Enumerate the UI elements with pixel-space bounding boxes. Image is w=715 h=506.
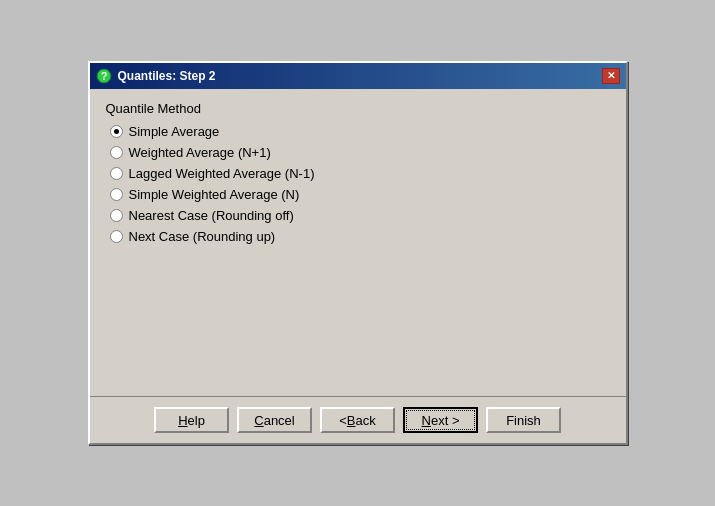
radio-input-6[interactable] — [110, 230, 123, 243]
radio-item-5[interactable]: Nearest Case (Rounding off) — [110, 208, 610, 223]
radio-item-6[interactable]: Next Case (Rounding up) — [110, 229, 610, 244]
content-spacer — [106, 244, 610, 384]
title-bar-left: ? Quantiles: Step 2 — [96, 68, 216, 84]
dialog-window: ? Quantiles: Step 2 ✕ Quantile Method Si… — [88, 61, 628, 445]
radio-item-3[interactable]: Lagged Weighted Average (N-1) — [110, 166, 610, 181]
button-bar: Help Cancel < Back Next > Finish — [90, 396, 626, 443]
radio-label-1: Simple Average — [129, 124, 220, 139]
radio-input-5[interactable] — [110, 209, 123, 222]
radio-item-4[interactable]: Simple Weighted Average (N) — [110, 187, 610, 202]
help-button[interactable]: Help — [154, 407, 229, 433]
radio-input-3[interactable] — [110, 167, 123, 180]
section-label: Quantile Method — [106, 101, 610, 116]
radio-group: Simple Average Weighted Average (N+1) La… — [106, 124, 610, 244]
close-button[interactable]: ✕ — [602, 68, 620, 84]
next-button[interactable]: Next > — [403, 407, 478, 433]
radio-input-4[interactable] — [110, 188, 123, 201]
radio-label-5: Nearest Case (Rounding off) — [129, 208, 294, 223]
radio-item-1[interactable]: Simple Average — [110, 124, 610, 139]
radio-label-4: Simple Weighted Average (N) — [129, 187, 300, 202]
radio-input-1[interactable] — [110, 125, 123, 138]
back-button[interactable]: < Back — [320, 407, 395, 433]
svg-text:?: ? — [100, 70, 107, 82]
cancel-button[interactable]: Cancel — [237, 407, 312, 433]
finish-button[interactable]: Finish — [486, 407, 561, 433]
radio-input-2[interactable] — [110, 146, 123, 159]
dialog-content: Quantile Method Simple Average Weighted … — [90, 89, 626, 396]
help-icon: ? — [96, 68, 112, 84]
radio-label-2: Weighted Average (N+1) — [129, 145, 271, 160]
radio-item-2[interactable]: Weighted Average (N+1) — [110, 145, 610, 160]
title-bar: ? Quantiles: Step 2 ✕ — [90, 63, 626, 89]
dialog-title: Quantiles: Step 2 — [118, 69, 216, 83]
radio-label-3: Lagged Weighted Average (N-1) — [129, 166, 315, 181]
radio-label-6: Next Case (Rounding up) — [129, 229, 276, 244]
